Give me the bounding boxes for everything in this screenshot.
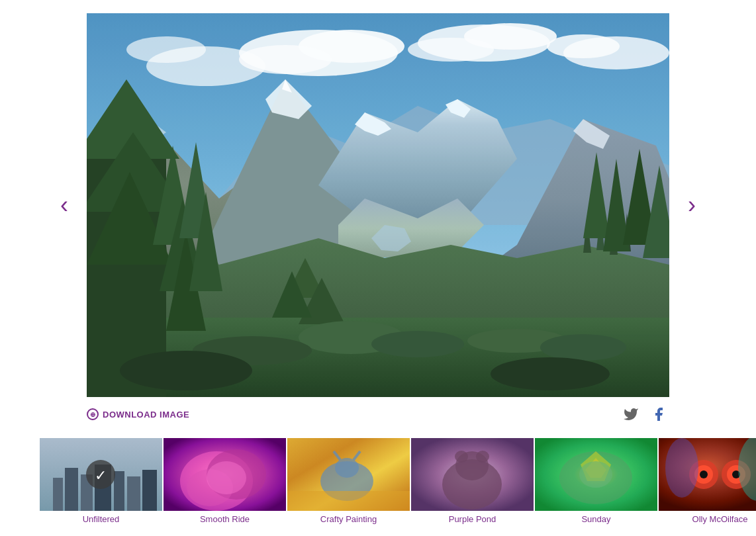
next-arrow-button[interactable]: › <box>681 187 702 224</box>
svg-point-98 <box>665 438 698 498</box>
slideshow-wrapper: ‹ <box>87 13 669 397</box>
svg-rect-64 <box>114 471 124 511</box>
svg-point-73 <box>207 461 246 494</box>
thumb-image-sunday <box>535 438 657 511</box>
thumb-image-unfiltered: ✓ <box>40 438 162 511</box>
thumbnail-olly-mcoilface[interactable]: Olly McOilface <box>659 438 756 524</box>
thumb-image-purple-pond <box>411 438 534 511</box>
thumb-label-unfiltered: Unfiltered <box>83 514 120 524</box>
thumb-label-crafty-painting: Crafty Painting <box>320 514 377 524</box>
thumb-label-smooth-ride: Smooth Ride <box>200 514 250 524</box>
thumbnail-smooth-ride[interactable]: Smooth Ride <box>164 438 286 524</box>
social-icons <box>620 404 669 425</box>
thumb-image-crafty-painting <box>287 438 410 511</box>
main-container: ‹ <box>0 0 756 431</box>
svg-point-76 <box>335 458 359 478</box>
thumbnails-section: ✓ Unfiltered <box>0 431 756 536</box>
thumbnail-unfiltered[interactable]: ✓ Unfiltered <box>40 438 162 524</box>
download-icon: ⊕ <box>87 408 99 420</box>
svg-rect-66 <box>142 470 157 511</box>
svg-point-84 <box>476 451 489 463</box>
svg-point-83 <box>455 451 468 463</box>
svg-text:✓: ✓ <box>95 467 107 484</box>
svg-rect-65 <box>127 476 140 511</box>
facebook-button[interactable] <box>648 404 669 425</box>
action-bar: ⊕ DOWNLOAD IMAGE <box>87 397 669 431</box>
svg-rect-58 <box>87 13 669 397</box>
svg-point-89 <box>579 461 612 488</box>
thumb-label-sunday: Sunday <box>581 514 610 524</box>
svg-rect-60 <box>53 478 63 511</box>
svg-rect-79 <box>287 491 410 511</box>
thumbnail-crafty-painting[interactable]: Crafty Painting <box>287 438 410 524</box>
thumbnail-sunday[interactable]: Sunday <box>535 438 657 524</box>
thumb-label-olly-mcoilface: Olly McOilface <box>692 514 748 524</box>
download-label: DOWNLOAD IMAGE <box>103 410 189 420</box>
download-link[interactable]: ⊕ DOWNLOAD IMAGE <box>87 408 189 420</box>
thumb-image-smooth-ride <box>164 438 286 511</box>
svg-point-95 <box>700 470 708 478</box>
main-image <box>87 13 669 397</box>
thumbnail-purple-pond[interactable]: Purple Pond <box>411 438 534 524</box>
twitter-button[interactable] <box>620 404 641 425</box>
thumb-image-olly-mcoilface <box>659 438 756 511</box>
svg-rect-61 <box>65 468 78 511</box>
prev-arrow-button[interactable]: ‹ <box>54 187 75 224</box>
thumb-label-purple-pond: Purple Pond <box>449 514 496 524</box>
